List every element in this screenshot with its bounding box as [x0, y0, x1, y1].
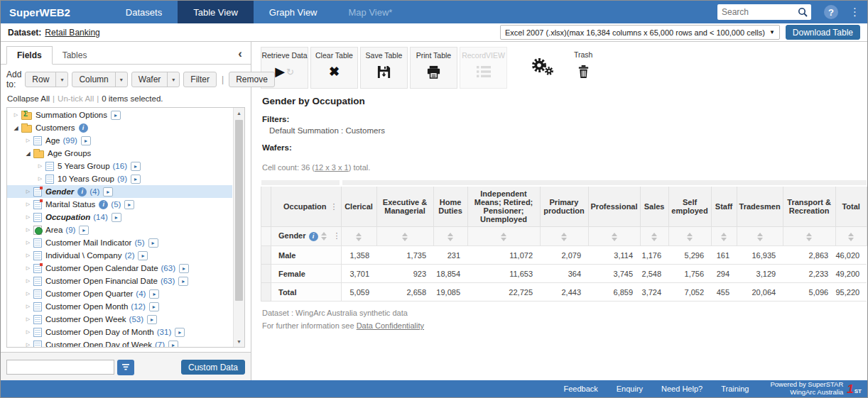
nav-table-view[interactable]: Table View — [178, 1, 254, 23]
footer-link-enquiry[interactable]: Enquiry — [617, 385, 643, 393]
info-icon[interactable]: i — [99, 200, 108, 209]
tree-item-10-years-group[interactable]: ▷10 Years Group(9)▸ — [7, 172, 232, 185]
tree-item-customer-open-week[interactable]: ▷Customer Open Week(53)▸ — [7, 313, 232, 326]
toolbar-print-table-button[interactable]: Print Table — [410, 47, 457, 89]
tree-item-age[interactable]: ▷Age(99)▸ — [7, 134, 232, 147]
info-icon[interactable]: i — [309, 232, 318, 241]
expand-node-icon[interactable]: ▷ — [35, 176, 45, 182]
sort-toggle-icon[interactable] — [447, 233, 453, 241]
column-header-transport-recreation[interactable]: Transport & Recreation — [783, 186, 835, 227]
kebab-menu-icon[interactable]: ⋮ — [333, 231, 341, 240]
scrollbar-thumb[interactable] — [235, 120, 243, 301]
expand-node-icon[interactable]: ▷ — [35, 163, 45, 169]
export-format-select[interactable]: Excel 2007 (.xlsx)(max 16,384 columns x … — [500, 25, 780, 40]
collapse-node-icon[interactable]: ◢ — [23, 150, 33, 157]
chevron-down-icon[interactable]: ▾ — [167, 72, 179, 87]
quick-add-arrow-icon[interactable]: ▸ — [148, 238, 158, 248]
collapse-node-icon[interactable]: ◢ — [11, 125, 21, 131]
tree-item-customer-open-calendar-date[interactable]: ▷Customer Open Calendar Date(63)▸ — [7, 262, 232, 275]
column-header-staff[interactable]: Staff — [711, 186, 737, 227]
toolbar-clear-table-button[interactable]: Clear Table✖ — [310, 47, 358, 89]
column-header-self-employed[interactable]: Self employed — [668, 186, 711, 227]
tree-item-marital-status[interactable]: ▷Marital Statusi(5)▸ — [7, 198, 232, 211]
column-header-clerical[interactable]: Clerical — [341, 186, 376, 227]
expand-node-icon[interactable]: ▷ — [23, 240, 33, 245]
row-handle-cell[interactable] — [261, 283, 271, 302]
chevron-down-icon[interactable]: ▾ — [115, 72, 127, 87]
sort-toggle-icon[interactable] — [806, 233, 812, 241]
sort-toggle-icon[interactable] — [848, 233, 854, 241]
expand-node-icon[interactable]: ▷ — [23, 316, 33, 322]
filter-fields-button[interactable] — [117, 360, 134, 375]
sort-toggle-icon[interactable] — [321, 232, 327, 241]
tree-scrollbar[interactable]: ▲ ▼ — [233, 108, 244, 347]
quick-add-arrow-icon[interactable]: ▸ — [147, 315, 157, 324]
column-header-tradesmen[interactable]: Tradesmen — [737, 186, 783, 227]
expand-node-icon[interactable]: ▷ — [23, 329, 33, 335]
tree-item-customer-open-quarter[interactable]: ▷Customer Open Quarter(4)▸ — [7, 287, 232, 300]
quick-add-arrow-icon[interactable]: ▸ — [178, 277, 188, 286]
column-header-executive-managerial[interactable]: Executive & Managerial — [376, 186, 433, 227]
sort-toggle-icon[interactable] — [402, 233, 408, 241]
scroll-up-icon[interactable]: ▲ — [234, 108, 244, 118]
info-icon[interactable]: i — [79, 123, 88, 133]
sort-toggle-icon[interactable] — [501, 233, 506, 241]
sort-toggle-icon[interactable] — [612, 233, 617, 241]
field-filter-input[interactable] — [6, 360, 114, 375]
expand-node-icon[interactable]: ▷ — [23, 291, 33, 297]
quick-add-arrow-icon[interactable]: ▸ — [112, 213, 121, 222]
search-box[interactable] — [717, 4, 811, 20]
collapse-all-link[interactable]: Collapse All — [7, 94, 50, 103]
expand-node-icon[interactable]: ▷ — [23, 304, 33, 309]
column-header-primary-production[interactable]: Primary production — [540, 186, 588, 227]
expand-node-icon[interactable]: ▷ — [23, 227, 33, 233]
tab-fields[interactable]: Fields — [6, 46, 53, 65]
tree-item-5-years-group[interactable]: ▷5 Years Group(16)▸ — [7, 160, 232, 172]
nav-graph-view[interactable]: Graph View — [254, 1, 333, 23]
column-header-professional[interactable]: Professional — [588, 186, 640, 227]
quick-add-arrow-icon[interactable]: ▸ — [138, 251, 148, 260]
expand-node-icon[interactable]: ▷ — [23, 189, 33, 194]
sort-toggle-icon[interactable] — [687, 233, 693, 241]
sort-toggle-icon[interactable] — [721, 233, 727, 241]
expand-node-icon[interactable]: ▷ — [23, 138, 33, 143]
column-header-home-duties[interactable]: Home Duties — [433, 186, 467, 227]
collapse-panel-icon[interactable]: ‹ — [238, 48, 242, 60]
data-confidentiality-link[interactable]: Data Confidentiality — [357, 321, 424, 330]
chevron-down-icon[interactable]: ▾ — [55, 72, 67, 87]
untick-all-link[interactable]: Un-tick All — [58, 94, 94, 103]
tree-item-individual-company[interactable]: ▷Individual \ Company(2)▸ — [7, 249, 232, 262]
quick-add-arrow-icon[interactable]: ▸ — [149, 289, 159, 299]
column-header-sales[interactable]: Sales — [640, 186, 668, 227]
quick-add-arrow-icon[interactable]: ▸ — [81, 136, 91, 145]
expand-node-icon[interactable]: ▷ — [23, 201, 33, 207]
footer-link-feedback[interactable]: Feedback — [563, 385, 597, 393]
quick-add-arrow-icon[interactable]: ▸ — [131, 162, 141, 171]
scroll-down-icon[interactable]: ▼ — [234, 336, 244, 347]
search-icon[interactable] — [798, 7, 808, 17]
column-header-independent-means-retired-pensioner-unemployed[interactable]: Independent Means; Retired; Pensioner; U… — [467, 186, 540, 227]
sort-toggle-icon[interactable] — [561, 233, 567, 241]
column-header-total[interactable]: Total — [835, 186, 867, 227]
add-to-wafer-button[interactable]: Wafer▾ — [131, 72, 180, 87]
footer-link-training[interactable]: Training — [721, 385, 749, 393]
nav-datasets[interactable]: Datasets — [110, 1, 178, 23]
tree-item-area[interactable]: ▷Area(9)▸ — [7, 223, 232, 236]
tree-item-customer-open-day-of-week[interactable]: ▷Customer Open Day of Week(7)▸ — [7, 338, 232, 347]
tab-tables[interactable]: Tables — [53, 47, 97, 64]
sort-toggle-icon[interactable] — [757, 233, 763, 241]
tree-item-customer-open-day-of-month[interactable]: ▷Customer Open Day of Month(31)▸ — [7, 326, 232, 338]
quick-add-arrow-icon[interactable]: ▸ — [111, 111, 121, 120]
help-icon[interactable]: ? — [824, 5, 838, 19]
tree-item-customers[interactable]: ◢Customersi — [7, 121, 232, 134]
custom-data-button[interactable]: Custom Data — [181, 360, 245, 375]
trash-button[interactable]: Trash — [574, 47, 592, 89]
quick-add-arrow-icon[interactable]: ▸ — [103, 187, 113, 197]
row-handle-cell[interactable] — [261, 265, 271, 283]
expand-node-icon[interactable]: ▷ — [23, 214, 33, 220]
search-input[interactable] — [717, 7, 798, 17]
tree-item-customer-open-financial-date[interactable]: ▷Customer Open Financial Date(63)▸ — [7, 275, 232, 287]
quick-add-arrow-icon[interactable]: ▸ — [131, 175, 141, 184]
expand-node-icon[interactable]: ▷ — [11, 112, 21, 118]
sort-toggle-icon[interactable] — [651, 233, 657, 241]
